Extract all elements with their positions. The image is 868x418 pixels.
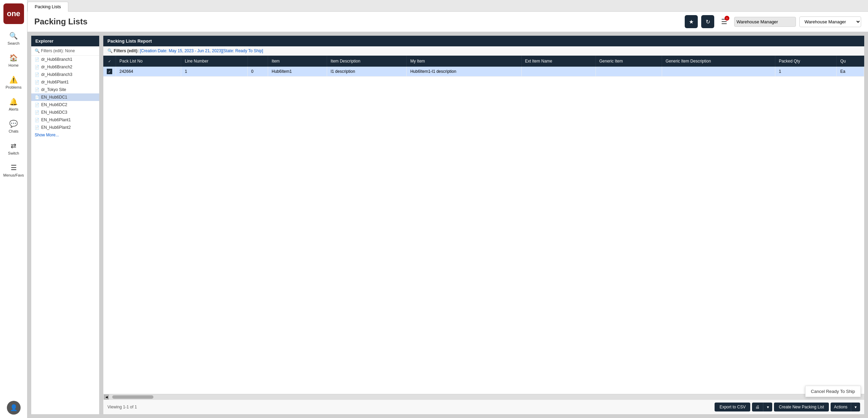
main-area: Packing Lists Packing Lists ★ ↻ ☰ 1 Ware…: [27, 0, 868, 418]
explorer-item[interactable]: 📄dr_Hub6Branch2: [31, 63, 99, 71]
explorer-item[interactable]: 📄dr_Hub6Branch3: [31, 71, 99, 78]
col-header-item: Item: [268, 56, 327, 67]
search-icon: 🔍: [9, 32, 18, 40]
col-header-item_description: Item Description: [327, 56, 407, 67]
col-header-packed_qty: Packed Qty: [775, 56, 837, 67]
cell-packed_qty: 1: [775, 67, 837, 77]
table-header-row: ✓Pack List NoLine NumberItemItem Descrip…: [103, 56, 864, 67]
cell-qu: Ea: [837, 67, 864, 77]
sidebar-item-problems[interactable]: ⚠️ Problems: [0, 71, 27, 93]
table-row[interactable]: ✓24266410Hub6Item1I1 descriptionHub6Item…: [103, 67, 864, 77]
explorer-item[interactable]: 📄dr_Hub6Plant1: [31, 78, 99, 86]
table-body: ✓24266410Hub6Item1I1 descriptionHub6Item…: [103, 67, 864, 77]
user-avatar[interactable]: 👤: [7, 401, 21, 415]
explorer-item-label: dr_Hub6Branch1: [41, 57, 72, 62]
actions-dropdown-arrow[interactable]: ▼: [851, 403, 860, 411]
file-icon: 📄: [35, 118, 39, 122]
hamburger-menu-button[interactable]: ☰ 1: [718, 15, 731, 28]
export-csv-button[interactable]: Export to CSV: [715, 403, 750, 411]
actions-button-split: Actions ▼: [831, 403, 860, 411]
app-logo[interactable]: one: [3, 3, 24, 24]
explorer-filter: 🔍 Filters (edit): None: [31, 46, 99, 56]
user-search-input[interactable]: [734, 17, 796, 27]
file-icon: 📄: [35, 88, 39, 92]
sidebar-item-home[interactable]: 🏠 Home: [0, 49, 27, 71]
cell-check[interactable]: ✓: [103, 67, 116, 77]
cell-item_description: I1 description: [327, 67, 407, 77]
print-button-split: 🖨 ▼: [752, 403, 772, 411]
sidebar-item-label: Problems: [5, 85, 21, 89]
favorite-button[interactable]: ★: [685, 15, 698, 28]
explorer-item-label: dr_Hub6Plant1: [41, 80, 69, 84]
horizontal-scrollbar[interactable]: ◀: [103, 394, 864, 399]
file-icon: 📄: [35, 125, 39, 130]
sidebar-item-menus[interactable]: ☰ Menus/Favs: [0, 159, 27, 181]
explorer-item[interactable]: 📄EN_Hub6Plant1: [31, 116, 99, 124]
page-header: Packing Lists ★ ↻ ☰ 1 Warehouse Manager: [27, 12, 868, 32]
sidebar-item-alerts[interactable]: 🔔 Alerts: [0, 93, 27, 115]
popup-text: Cancel Ready To Ship: [811, 389, 855, 394]
col-header-line_number: Line Number: [181, 56, 247, 67]
explorer-item-label: EN_Hub6Plant2: [41, 125, 71, 130]
tab-packing-lists[interactable]: Packing Lists: [27, 2, 68, 12]
sidebar-item-label: Menus/Favs: [3, 173, 24, 177]
actions-button[interactable]: Actions: [831, 403, 851, 411]
cell-ext_item_name: [521, 67, 595, 77]
explorer-item-label: dr_Hub6Branch3: [41, 72, 72, 77]
explorer-item[interactable]: 📄dr_Hub6Branch1: [31, 56, 99, 63]
report-filter-label: Filters (edit):: [114, 48, 139, 53]
header-checkbox[interactable]: ✓: [107, 58, 112, 64]
col-header-check: ✓: [103, 56, 116, 67]
cell-generic_item: [595, 67, 662, 77]
explorer-item[interactable]: 📄EN_Hub6DC2: [31, 101, 99, 109]
menu-badge: 1: [725, 16, 729, 21]
explorer-item[interactable]: 📄dr_Tokyo Site: [31, 86, 99, 93]
print-dropdown-arrow[interactable]: ▼: [763, 403, 772, 411]
file-icon: 📄: [35, 57, 39, 62]
sidebar-item-switch[interactable]: ⇄ Switch: [0, 137, 27, 159]
sidebar-item-search[interactable]: 🔍 Search: [0, 27, 27, 49]
user-role-select[interactable]: Warehouse Manager: [799, 16, 861, 27]
report-table: ✓Pack List NoLine NumberItemItem Descrip…: [103, 56, 864, 77]
col-header-my_item: My Item: [407, 56, 521, 67]
explorer-item[interactable]: 📄EN_Hub6DC1: [31, 93, 99, 101]
cancel-ready-popup[interactable]: Cancel Ready To Ship: [805, 386, 861, 397]
explorer-item[interactable]: 📄EN_Hub6Plant2: [31, 124, 99, 131]
report-filter: 🔍 Filters (edit): [Creation Date: May 15…: [103, 46, 864, 56]
sidebar-item-label: Alerts: [9, 107, 18, 111]
report-table-container: ✓Pack List NoLine NumberItemItem Descrip…: [103, 56, 864, 394]
col-header-generic_item: Generic Item: [595, 56, 662, 67]
row-checkbox[interactable]: ✓: [107, 69, 112, 74]
create-new-packing-list-button[interactable]: Create New Packing List: [774, 403, 829, 411]
file-icon: 📄: [35, 72, 39, 77]
content-area: Explorer 🔍 Filters (edit): None 📄dr_Hub6…: [27, 32, 868, 418]
explorer-item-label: EN_Hub6DC1: [41, 95, 67, 100]
viewing-text: Viewing 1-1 of 1: [107, 405, 137, 409]
scroll-left-arrow[interactable]: ◀: [104, 395, 109, 399]
home-icon: 🏠: [9, 54, 18, 62]
page-title: Packing Lists: [34, 17, 681, 26]
refresh-button[interactable]: ↻: [701, 15, 714, 28]
cell-item: Hub6Item1: [268, 67, 327, 77]
menu-lines-icon: ☰: [11, 163, 17, 172]
explorer-item[interactable]: 📄EN_Hub6DC3: [31, 109, 99, 116]
sidebar-item-chats[interactable]: 💬 Chats: [0, 115, 27, 137]
report-panel: Packing Lists Report 🔍 Filters (edit): […: [103, 35, 865, 415]
explorer-panel: Explorer 🔍 Filters (edit): None 📄dr_Hub6…: [31, 35, 100, 415]
file-icon: 📄: [35, 95, 39, 100]
explorer-item-label: dr_Tokyo Site: [41, 87, 66, 92]
show-more-link[interactable]: Show More...: [31, 131, 99, 139]
print-button[interactable]: 🖨: [752, 403, 763, 411]
footer-buttons: Export to CSV 🖨 ▼ Create New Packing Lis…: [715, 403, 860, 411]
explorer-item-label: EN_Hub6DC3: [41, 110, 67, 115]
scrollbar-thumb[interactable]: [112, 395, 153, 399]
file-icon: 📄: [35, 80, 39, 84]
col-header-ext_item_name: Ext Item Name: [521, 56, 595, 67]
explorer-header: Explorer: [31, 36, 99, 46]
explorer-filter-value: None: [65, 48, 75, 53]
sidebar-item-label: Switch: [8, 151, 19, 155]
file-icon: 📄: [35, 103, 39, 107]
sidebar-item-label: Chats: [9, 129, 19, 133]
col-header-pack_list_no: Pack List No: [116, 56, 181, 67]
col-header-doc: [247, 56, 268, 67]
